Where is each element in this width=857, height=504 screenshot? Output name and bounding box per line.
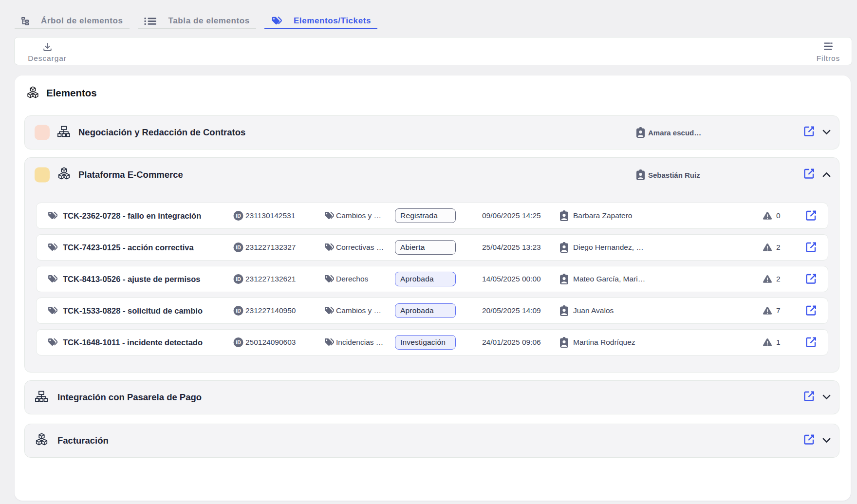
svg-text:ID: ID (236, 213, 241, 219)
svg-text:ID: ID (236, 308, 241, 314)
svg-text:ID: ID (236, 339, 241, 345)
svg-text:ID: ID (236, 244, 241, 250)
svg-text:ID: ID (236, 276, 241, 282)
